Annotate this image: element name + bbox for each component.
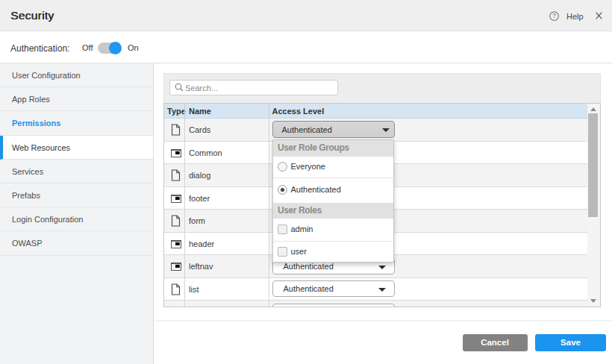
svg-text:?: ? bbox=[552, 12, 556, 19]
